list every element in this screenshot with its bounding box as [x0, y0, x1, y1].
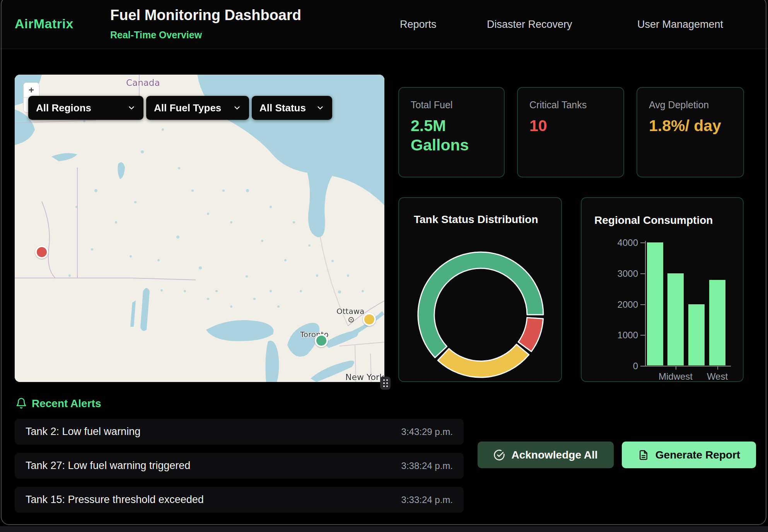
alert-row: Tank 2: Low fuel warning 3:43:29 p.m.: [15, 419, 464, 445]
bar-midwest: [667, 273, 684, 365]
regional-consumption-card: Regional Consumption 01000200030004000Mi…: [581, 197, 744, 382]
stat-card-avg-depletion: Avg Depletion 1.8%/ day: [637, 87, 744, 177]
acknowledge-all-button[interactable]: Acknowledge All: [478, 442, 614, 468]
bar-west: [709, 280, 725, 365]
y-tick-mark: [640, 273, 645, 274]
donut-segment-warning: [438, 344, 529, 378]
map-zoom-in-button[interactable]: +: [24, 83, 39, 97]
chevron-down-icon: [233, 104, 241, 112]
regional-consumption-bar-chart: 01000200030004000MidwestWest: [582, 198, 744, 383]
stat-label: Critical Tanks: [529, 99, 612, 111]
alert-message: Tank 27: Low fuel warning triggered: [26, 460, 190, 472]
alert-timestamp: 3:33:24 p.m.: [401, 494, 453, 505]
page-subtitle: Real-Time Overview: [110, 29, 202, 41]
y-tick-label: 0: [611, 361, 638, 372]
y-tick-mark: [640, 335, 645, 336]
nav-user-management[interactable]: User Management: [637, 0, 723, 49]
y-tick-mark: [640, 304, 645, 305]
y-tick-mark: [640, 242, 645, 243]
map-marker-warning[interactable]: [363, 313, 376, 326]
alert-row: Tank 27: Low fuel warning triggered 3:38…: [15, 453, 464, 479]
region-filter-dropdown[interactable]: All Regions: [28, 96, 143, 120]
y-tick-label: 4000: [611, 237, 638, 248]
check-circle-icon: [493, 449, 505, 461]
bottom-strip: [0, 526, 768, 532]
chevron-down-icon: [127, 104, 136, 112]
generate-report-label: Generate Report: [655, 449, 740, 461]
stat-label: Avg Depletion: [649, 99, 732, 111]
recent-alerts-heading: Recent Alerts: [32, 397, 101, 410]
x-tick-label: West: [707, 371, 728, 382]
alert-row: Tank 15: Pressure threshold exceeded 3:3…: [15, 487, 464, 513]
fuel-type-filter-value: All Fuel Types: [154, 102, 221, 114]
page-title: Fuel Monitoring Dashboard: [110, 7, 301, 24]
alert-message: Tank 15: Pressure threshold exceeded: [26, 494, 204, 506]
stat-label: Total Fuel: [411, 99, 492, 111]
generate-report-button[interactable]: Generate Report: [622, 442, 756, 468]
alert-timestamp: 3:38:24 p.m.: [401, 460, 453, 471]
y-tick-label: 2000: [611, 299, 638, 310]
app-header: AirMatrix Fuel Monitoring Dashboard Real…: [0, 0, 768, 49]
map-label-ottawa: Ottawa: [336, 307, 364, 316]
map-canvas: [15, 75, 384, 382]
y-axis-line: [645, 241, 646, 367]
y-tick-label: 1000: [611, 330, 638, 341]
status-filter-dropdown[interactable]: All Status: [252, 96, 332, 120]
nav-reports[interactable]: Reports: [400, 0, 437, 49]
bar-south: [688, 304, 705, 366]
nav-disaster-recovery[interactable]: Disaster Recovery: [487, 0, 572, 49]
app-logo: AirMatrix: [15, 16, 73, 31]
fuel-type-filter-dropdown[interactable]: All Fuel Types: [146, 96, 249, 120]
bar-northeast: [647, 242, 663, 365]
status-filter-value: All Status: [259, 102, 306, 114]
alert-message: Tank 2: Low fuel warning: [26, 426, 140, 438]
map[interactable]: Canada Ottawa Toronto New York + − All R…: [15, 75, 384, 382]
map-marker-normal[interactable]: [315, 334, 328, 347]
stat-card-total-fuel: Total Fuel 2.5M Gallons: [398, 87, 505, 177]
stat-value-critical-tanks: 10: [529, 116, 613, 135]
y-tick-mark: [640, 366, 645, 367]
map-marker-critical[interactable]: [35, 246, 48, 259]
chevron-down-icon: [316, 104, 324, 112]
x-tick-label: Midwest: [659, 371, 693, 382]
stat-value-avg-depletion: 1.8%/ day: [649, 116, 732, 135]
map-filters: All Regions All Fuel Types All Status: [28, 96, 332, 120]
acknowledge-all-label: Acknowledge All: [511, 449, 597, 461]
region-filter-value: All Regions: [36, 102, 91, 114]
x-tick-mark: [676, 367, 676, 370]
report-document-icon: [638, 449, 649, 461]
tank-status-distribution-card: Tank Status Distribution: [398, 197, 562, 382]
donut-segment-critical: [518, 318, 543, 352]
stat-value-total-fuel: 2.5M Gallons: [411, 116, 494, 155]
y-tick-label: 3000: [611, 268, 638, 279]
map-label-new-york: New York: [345, 372, 384, 382]
tank-status-donut-chart: [399, 198, 563, 383]
bell-icon: [15, 397, 27, 409]
map-resize-handle[interactable]: [380, 377, 391, 390]
map-label-canada: Canada: [126, 78, 160, 88]
stat-card-critical-tanks: Critical Tanks 10: [517, 87, 624, 177]
x-tick-mark: [717, 367, 718, 370]
alert-timestamp: 3:43:29 p.m.: [401, 426, 453, 437]
